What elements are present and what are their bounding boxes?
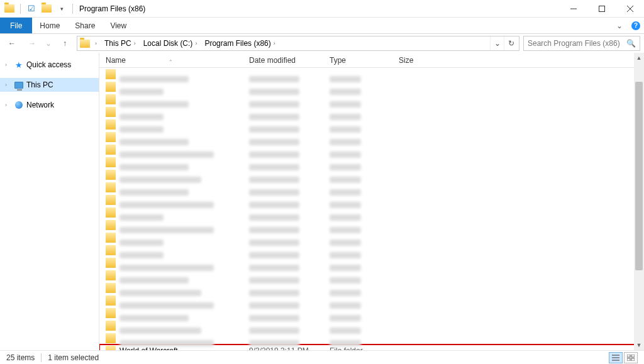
file-row[interactable]	[99, 143, 644, 156]
quick-access-toolbar: ☑ ▾	[3, 2, 75, 16]
home-tab[interactable]: Home	[32, 18, 67, 33]
file-row[interactable]	[99, 269, 644, 282]
folder-icon	[106, 283, 116, 293]
address-bar[interactable]: › This PC› Local Disk (C:)› Program File…	[77, 36, 519, 51]
nav-label: Quick access	[26, 60, 71, 69]
file-row[interactable]	[99, 68, 644, 80]
file-row[interactable]	[99, 168, 644, 181]
file-row[interactable]	[99, 294, 644, 307]
file-row[interactable]	[99, 319, 644, 332]
search-input[interactable]: Search Program Files (x86) 🔍	[523, 36, 640, 51]
file-rows: World of Warcraft 9/3/2019 3:11 PM File …	[99, 68, 644, 350]
svg-rect-9	[627, 358, 630, 361]
view-tab[interactable]: View	[103, 18, 134, 33]
back-button[interactable]: ←	[4, 36, 20, 51]
folder-icon	[106, 270, 116, 280]
svg-rect-8	[631, 355, 635, 357]
file-row[interactable]	[99, 307, 644, 319]
folder-icon	[106, 333, 116, 343]
status-selection: 1 item selected	[48, 353, 99, 362]
file-row[interactable]	[99, 80, 644, 93]
minimize-button[interactable]	[559, 0, 587, 18]
details-view-button[interactable]	[609, 352, 623, 363]
svg-rect-7	[627, 355, 630, 357]
folder-icon	[106, 170, 116, 180]
folder-icon	[106, 308, 116, 318]
folder-icon	[106, 94, 116, 104]
folder-icon	[106, 295, 116, 306]
file-row[interactable]	[99, 106, 644, 118]
folder-icon	[106, 346, 116, 350]
folder-icon	[106, 69, 116, 79]
file-row[interactable]	[99, 194, 644, 206]
qat-dropdown-icon[interactable]: ▾	[55, 2, 69, 16]
folder-icon	[106, 119, 116, 130]
file-list-pane: Name⌃ Date modified Type Size	[99, 53, 644, 350]
folder-icon	[79, 40, 91, 48]
expand-icon[interactable]: ›	[5, 82, 11, 88]
column-size[interactable]: Size	[399, 56, 443, 65]
column-date[interactable]: Date modified	[249, 56, 330, 65]
forward-button[interactable]: →	[24, 36, 40, 51]
title-bar: ☑ ▾ Program Files (x86)	[0, 0, 644, 18]
file-row[interactable]	[99, 206, 644, 219]
share-tab[interactable]: Share	[67, 18, 103, 33]
svg-rect-1	[599, 6, 604, 11]
expand-icon[interactable]: ›	[5, 102, 11, 108]
scroll-down-icon[interactable]: ▼	[634, 340, 644, 350]
address-dropdown-icon[interactable]: ⌄	[490, 36, 504, 50]
file-row[interactable]	[99, 219, 644, 231]
file-row[interactable]	[99, 332, 644, 345]
nav-quick-access[interactable]: › ★ Quick access	[0, 58, 99, 72]
expand-icon[interactable]: ›	[5, 62, 11, 68]
column-headers: Name⌃ Date modified Type Size	[99, 53, 644, 68]
folder-icon	[106, 145, 116, 155]
thumbnails-view-button[interactable]	[624, 352, 638, 363]
maximize-button[interactable]	[587, 0, 616, 18]
folder-icon	[106, 321, 116, 331]
ribbon-collapse-icon[interactable]: ⌄	[611, 18, 628, 33]
breadcrumb-drive[interactable]: Local Disk (C:)›	[140, 36, 201, 50]
scroll-up-icon[interactable]: ▲	[634, 53, 644, 63]
file-row[interactable]	[99, 118, 644, 131]
folder-icon	[106, 157, 116, 167]
nav-this-pc[interactable]: › This PC	[0, 78, 99, 92]
column-name[interactable]: Name⌃	[106, 56, 249, 65]
status-item-count: 25 items	[6, 353, 35, 362]
file-row[interactable]	[99, 256, 644, 269]
breadcrumb-folder[interactable]: Program Files (x86)›	[201, 36, 279, 50]
folder-icon	[106, 107, 116, 117]
breadcrumb-this-pc[interactable]: This PC›	[101, 36, 140, 50]
file-row[interactable]	[99, 231, 644, 244]
file-row[interactable]	[99, 181, 644, 194]
file-row[interactable]	[99, 93, 644, 106]
svg-rect-10	[631, 358, 635, 361]
vertical-scrollbar[interactable]: ▲ ▼	[634, 53, 644, 350]
scroll-thumb[interactable]	[635, 82, 643, 270]
nav-network[interactable]: › Network	[0, 98, 99, 112]
file-tab[interactable]: File	[0, 18, 32, 33]
new-folder-qat-icon[interactable]	[40, 2, 53, 16]
file-row[interactable]	[99, 282, 644, 294]
folder-app-icon	[3, 2, 16, 16]
up-button[interactable]: ↑	[57, 36, 73, 51]
file-row[interactable]	[99, 244, 644, 256]
file-name: World of Warcraft	[119, 346, 249, 350]
search-icon: 🔍	[626, 39, 636, 48]
folder-icon	[106, 132, 116, 142]
breadcrumb-root-chevron[interactable]: ›	[91, 36, 101, 50]
ribbon-tabs: File Home Share View ⌄ ?	[0, 18, 644, 34]
file-row[interactable]	[99, 131, 644, 143]
properties-qat-icon[interactable]: ☑	[25, 2, 38, 16]
refresh-button[interactable]: ↻	[504, 36, 518, 50]
folder-icon	[106, 258, 116, 268]
scroll-track[interactable]	[634, 63, 644, 340]
recent-dropdown-icon[interactable]: ⌄	[44, 36, 53, 51]
close-button[interactable]	[616, 0, 644, 18]
help-button[interactable]: ?	[628, 18, 644, 33]
column-type[interactable]: Type	[330, 56, 399, 65]
file-row[interactable]	[99, 156, 644, 168]
breadcrumb-label: Program Files (x86)	[204, 39, 270, 48]
pc-icon	[14, 80, 24, 90]
breadcrumb-label: This PC	[104, 39, 131, 48]
